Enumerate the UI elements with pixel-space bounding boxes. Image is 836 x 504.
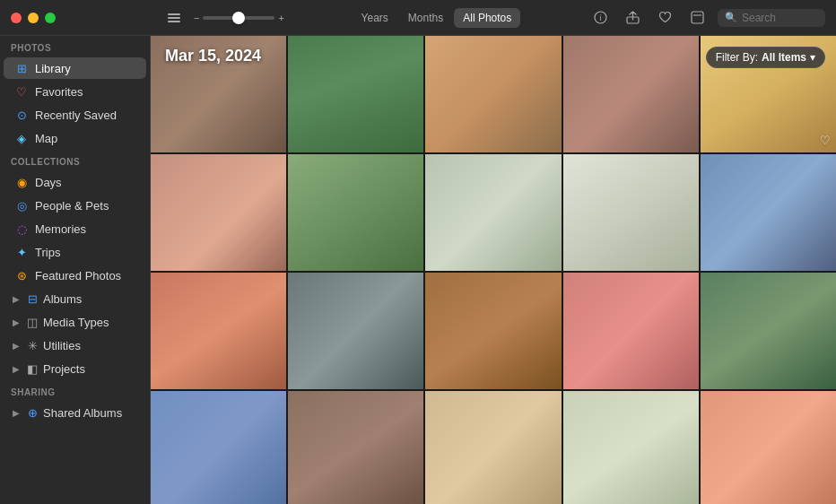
photo-cell[interactable]	[563, 273, 699, 389]
main-content: − + Years Months All Photos i	[151, 0, 836, 504]
sidebar-item-projects[interactable]: ▶ ◧ Projects	[4, 358, 146, 379]
photo-cell[interactable]	[288, 36, 423, 152]
favorite-icon[interactable]	[653, 5, 678, 30]
sidebar-item-label-albums: Albums	[43, 292, 82, 306]
close-button[interactable]	[11, 13, 22, 23]
minimize-button[interactable]	[28, 13, 39, 23]
photo-grid: ♡	[151, 36, 836, 504]
sidebar-item-label-favorites: Favorites	[35, 85, 83, 99]
sidebar-item-featured-photos[interactable]: ⊛ Featured Photos	[4, 265, 146, 286]
photo-cell[interactable]	[563, 391, 699, 504]
import-icon[interactable]	[685, 5, 710, 30]
sidebar-item-label-days: Days	[35, 176, 62, 189]
zoom-control[interactable]: − +	[194, 13, 284, 23]
toolbar-left: − +	[161, 5, 284, 30]
sidebar-item-label-projects: Projects	[43, 362, 85, 376]
filter-by-label: Filter By:	[716, 51, 758, 64]
chevron-icon-projects: ▶	[11, 363, 22, 374]
photo-cell[interactable]	[425, 154, 561, 271]
sidebar-item-recently-saved[interactable]: ⊙ Recently Saved	[4, 104, 146, 126]
photos-section-label: Photos	[0, 36, 150, 56]
photo-cell[interactable]	[151, 391, 286, 504]
sidebar-item-library[interactable]: ⊞ Library	[4, 57, 146, 79]
info-icon[interactable]: i	[588, 5, 614, 30]
toolbar-center: Years Months All Photos	[353, 8, 521, 28]
filter-chevron: ▾	[810, 51, 815, 64]
search-input[interactable]	[742, 12, 823, 24]
heart-icon: ♡	[14, 84, 29, 99]
photo-cell[interactable]	[288, 154, 423, 271]
photo-cell[interactable]	[701, 154, 836, 271]
people-icon: ◎	[14, 198, 29, 213]
trips-icon: ✦	[14, 245, 29, 259]
collections-section-label: Collections	[0, 150, 150, 170]
sidebar-item-utilities[interactable]: ▶ ✳ Utilities	[4, 335, 146, 356]
sidebar-item-label-trips: Trips	[35, 246, 60, 259]
toolbar: − + Years Months All Photos i	[151, 0, 836, 36]
zoom-thumb	[232, 12, 245, 24]
sidebar-item-memories[interactable]: ◌ Memories	[4, 218, 146, 239]
days-icon: ◉	[14, 175, 29, 189]
sharing-section-label: Sharing	[0, 380, 150, 401]
albums-icon: ⊟	[25, 291, 39, 306]
chevron-icon-shared: ▶	[11, 407, 22, 418]
photo-cell[interactable]	[151, 36, 286, 152]
sidebar-item-favorites[interactable]: ♡ Favorites	[4, 81, 146, 102]
photo-cell[interactable]	[151, 154, 286, 271]
sidebar-item-media-types[interactable]: ▶ ◫ Media Types	[4, 311, 146, 333]
fullscreen-button[interactable]	[45, 13, 56, 23]
svg-rect-0	[168, 13, 180, 15]
sidebar-item-map[interactable]: ◈ Map	[4, 127, 146, 149]
shared-albums-icon: ⊕	[25, 405, 39, 420]
window-traffic-lights	[0, 0, 151, 36]
filter-value-label: All Items	[762, 51, 806, 64]
chevron-icon: ▶	[11, 293, 22, 304]
svg-rect-6	[692, 12, 703, 23]
photo-cell[interactable]	[425, 36, 561, 152]
zoom-slider[interactable]	[203, 16, 274, 20]
photo-cell[interactable]	[151, 273, 286, 389]
sidebar-item-label-library: Library	[35, 62, 71, 75]
sidebar: Photos ⊞ Library ♡ Favorites ⊙ Recently …	[0, 0, 151, 504]
sidebar-item-label-featured-photos: Featured Photos	[35, 269, 121, 282]
sidebar-item-days[interactable]: ◉ Days	[4, 171, 146, 193]
zoom-plus-icon[interactable]: +	[278, 13, 283, 23]
search-box: 🔍	[718, 9, 825, 27]
tab-months[interactable]: Months	[399, 8, 452, 28]
zoom-minus-icon[interactable]: −	[194, 13, 199, 23]
photo-grid-container: Mar 15, 2024 Filter By: All Items ▾ ♡	[151, 36, 836, 504]
svg-rect-2	[168, 21, 180, 22]
sidebar-item-label-recently-saved: Recently Saved	[35, 109, 117, 122]
utilities-icon: ✳	[25, 338, 39, 352]
photo-cell[interactable]	[288, 391, 423, 504]
sidebar-item-shared-albums[interactable]: ▶ ⊕ Shared Albums	[4, 402, 146, 423]
photo-cell[interactable]	[425, 273, 561, 389]
memories-icon: ◌	[14, 222, 29, 236]
search-icon: 🔍	[725, 12, 737, 23]
photo-cell[interactable]	[563, 36, 699, 152]
sidebar-item-label-map: Map	[35, 132, 57, 145]
filter-button[interactable]: Filter By: All Items ▾	[706, 47, 825, 68]
sidebar-item-people-pets[interactable]: ◎ People & Pets	[4, 195, 146, 216]
sidebar-item-label-shared-albums: Shared Albums	[43, 406, 122, 420]
photo-cell[interactable]	[563, 154, 699, 271]
sidebar-item-albums[interactable]: ▶ ⊟ Albums	[4, 288, 146, 309]
photo-cell[interactable]	[701, 391, 836, 504]
recently-saved-icon: ⊙	[14, 108, 29, 122]
sidebar-item-trips[interactable]: ✦ Trips	[4, 241, 146, 263]
chevron-icon-media: ▶	[11, 317, 22, 327]
media-types-icon: ◫	[25, 315, 39, 329]
photo-cell[interactable]	[425, 391, 561, 504]
tab-years[interactable]: Years	[353, 8, 397, 28]
sidebar-item-label-media-types: Media Types	[43, 316, 109, 329]
map-icon: ◈	[14, 131, 29, 145]
photo-cell[interactable]	[288, 273, 423, 389]
chevron-icon-utilities: ▶	[11, 340, 22, 351]
photo-cell[interactable]	[701, 273, 836, 389]
library-icon: ⊞	[14, 61, 29, 75]
organize-icon[interactable]	[161, 5, 187, 30]
tab-all-photos[interactable]: All Photos	[454, 8, 520, 28]
sidebar-item-label-utilities: Utilities	[43, 339, 81, 352]
share-icon[interactable]	[621, 5, 646, 30]
svg-rect-1	[168, 17, 180, 19]
